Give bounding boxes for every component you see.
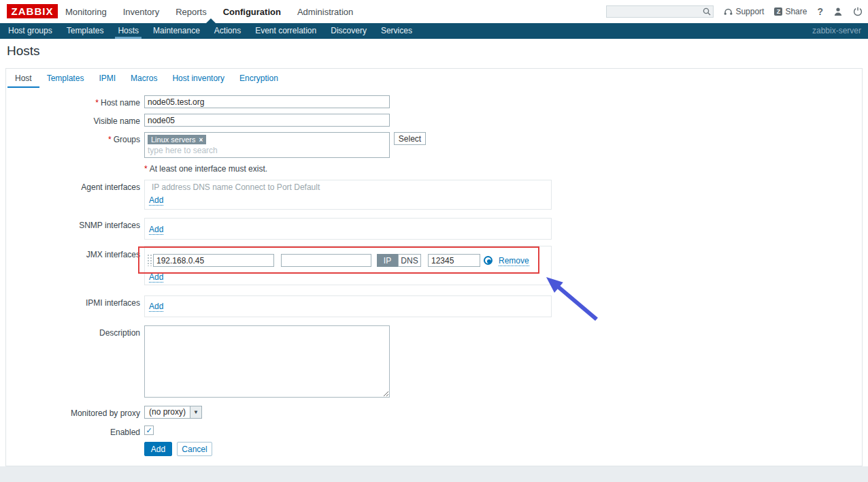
zabbix-logo[interactable]: ZABBIX	[7, 4, 58, 18]
menu-inventory[interactable]: Inventory	[123, 7, 159, 17]
share-link[interactable]: Z Share	[774, 7, 807, 16]
jmx-interfaces-label: JMX interfaces	[6, 250, 140, 259]
top-right-controls: Support Z Share ?	[606, 0, 863, 23]
ipmi-add-link[interactable]: Add	[149, 302, 163, 312]
agent-add-link[interactable]: Add	[149, 195, 163, 206]
enabled-checkbox[interactable]: ✓	[144, 425, 154, 435]
host-form-card: Host Templates IPMI Macros Host inventor…	[5, 68, 863, 466]
menu-reports[interactable]: Reports	[176, 7, 207, 17]
description-textarea[interactable]	[144, 325, 390, 398]
user-profile-icon[interactable]	[833, 7, 843, 16]
agent-interfaces-columns-header: IP address DNS name Connect to Port Defa…	[152, 182, 320, 192]
support-label: Support	[735, 7, 764, 16]
tab-templates[interactable]: Templates	[39, 69, 92, 88]
groups-search-placeholder[interactable]: type here to search	[148, 146, 386, 155]
groups-multiselect[interactable]: Linux servers × type here to search	[144, 132, 390, 158]
group-chip-linux-servers: Linux servers ×	[148, 135, 206, 144]
snmp-add-link[interactable]: Add	[149, 225, 163, 235]
tab-host-inventory[interactable]: Host inventory	[165, 69, 232, 88]
menu-configuration[interactable]: Configuration	[223, 7, 281, 17]
visible-name-input[interactable]	[144, 114, 390, 127]
groups-select-button[interactable]: Select	[394, 132, 426, 145]
group-chip-label: Linux servers	[151, 135, 195, 144]
visible-name-label: Visible name	[6, 116, 140, 126]
proxy-selected-value: (no proxy)	[145, 406, 190, 418]
jmx-default-radio[interactable]	[484, 256, 493, 265]
page-footer	[0, 466, 868, 482]
support-link[interactable]: Support	[724, 7, 764, 16]
host-name-label: *Host name	[6, 98, 140, 108]
logout-power-icon[interactable]	[853, 7, 863, 16]
share-label: Share	[785, 7, 807, 16]
jmx-row-drag-handle[interactable]	[147, 254, 153, 266]
proxy-label: Monitored by proxy	[6, 408, 140, 418]
tab-ipmi[interactable]: IPMI	[91, 69, 123, 88]
radio-dot	[487, 259, 491, 263]
subnav-discovery[interactable]: Discovery	[328, 23, 369, 39]
jmx-dns-input[interactable]	[281, 254, 371, 267]
form-tabs: Host Templates IPMI Macros Host inventor…	[7, 69, 286, 88]
host-name-input[interactable]	[144, 95, 390, 108]
share-z-icon: Z	[774, 7, 782, 16]
snmp-interfaces-label: SNMP interfaces	[6, 221, 140, 230]
required-asterisk: *	[108, 135, 112, 144]
tab-encryption[interactable]: Encryption	[232, 69, 286, 88]
jmx-remove-link[interactable]: Remove	[499, 256, 529, 266]
global-search-input[interactable]	[606, 5, 714, 18]
global-search	[606, 5, 714, 18]
jmx-ip-toggle[interactable]: IP	[377, 254, 398, 267]
ipmi-interfaces-box	[144, 295, 552, 317]
search-icon[interactable]	[703, 7, 711, 16]
description-label: Description	[6, 328, 140, 338]
server-name: zabbix-server	[812, 23, 861, 39]
subnav-host-groups[interactable]: Host groups	[5, 23, 55, 39]
help-icon[interactable]: ?	[817, 6, 823, 17]
active-menu-caret	[206, 18, 216, 23]
subnav-templates[interactable]: Templates	[64, 23, 107, 39]
add-button[interactable]: Add	[144, 442, 172, 456]
jmx-dns-toggle[interactable]: DNS	[398, 254, 421, 267]
chip-remove-icon[interactable]: ×	[199, 136, 203, 144]
subnav-event-correlation[interactable]: Event correlation	[252, 23, 319, 39]
ipmi-interfaces-label: IPMI interfaces	[6, 298, 140, 308]
tab-macros[interactable]: Macros	[123, 69, 165, 88]
subnav-hosts[interactable]: Hosts	[115, 23, 141, 39]
jmx-port-input[interactable]	[428, 254, 480, 267]
snmp-interfaces-box	[144, 218, 552, 240]
subnav-maintenance[interactable]: Maintenance	[150, 23, 203, 39]
proxy-select[interactable]: (no proxy) ▼	[144, 406, 202, 419]
jmx-ip-input[interactable]	[153, 254, 274, 267]
cancel-button[interactable]: Cancel	[177, 442, 212, 456]
subnav-services[interactable]: Services	[378, 23, 415, 39]
chevron-down-icon[interactable]: ▼	[190, 406, 201, 418]
tab-host[interactable]: Host	[7, 69, 39, 88]
interface-required-note: *At least one interface must exist.	[144, 164, 267, 174]
jmx-add-link[interactable]: Add	[149, 272, 163, 283]
agent-interfaces-label: Agent interfaces	[6, 182, 140, 192]
menu-administration[interactable]: Administration	[297, 7, 353, 17]
headset-icon	[724, 7, 733, 16]
groups-label: *Groups	[6, 135, 140, 144]
required-asterisk: *	[95, 98, 99, 108]
config-sub-nav: Host groups Templates Hosts Maintenance …	[0, 23, 868, 39]
checkmark-icon: ✓	[146, 427, 152, 434]
top-bar: ZABBIX Monitoring Inventory Reports Conf…	[0, 0, 868, 23]
enabled-label: Enabled	[6, 428, 140, 437]
subnav-actions[interactable]: Actions	[212, 23, 244, 39]
menu-monitoring[interactable]: Monitoring	[65, 7, 107, 17]
page-title: Hosts	[7, 44, 40, 59]
